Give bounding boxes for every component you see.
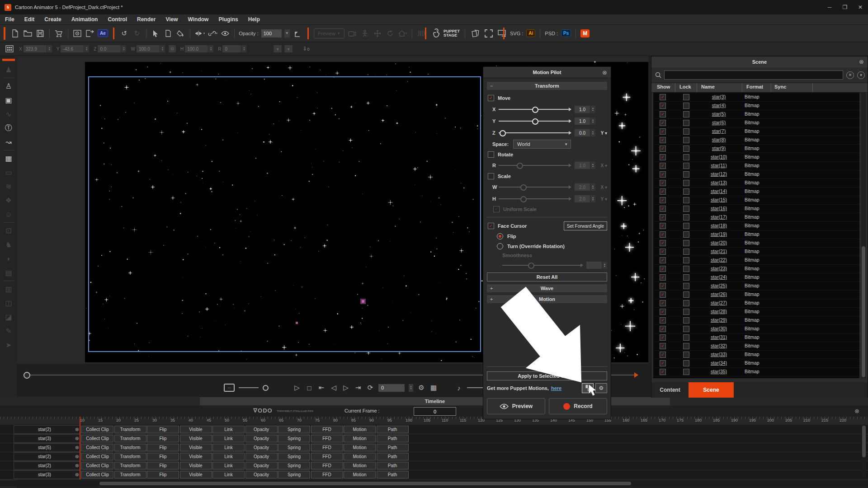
show-checkbox[interactable]: ✓ [660, 231, 666, 238]
scene-row[interactable]: ✓star(13)Bitmap [653, 178, 859, 188]
turn-radio[interactable] [497, 243, 503, 249]
menu-create[interactable]: Create [39, 14, 66, 24]
r-field-spinner[interactable]: ▲▼ [241, 45, 246, 52]
y-value[interactable]: 1.0 [575, 117, 590, 125]
scene-object-name[interactable]: star(33) [693, 352, 745, 357]
track-button-motion[interactable]: Motion [344, 462, 376, 469]
track-button-spring[interactable]: Spring [278, 471, 310, 479]
scene-row[interactable]: ✓star(21)Bitmap [653, 247, 859, 256]
x-slider[interactable] [499, 106, 571, 113]
scene-search-input[interactable] [664, 70, 843, 80]
track-button-motion[interactable]: Motion [344, 471, 376, 479]
scene-object-name[interactable]: star(19) [693, 231, 745, 237]
track-button-transform[interactable]: Transform [114, 426, 146, 433]
duplicate-pages-icon[interactable] [470, 28, 480, 39]
go-end-button[interactable]: ⇥ [354, 384, 362, 392]
x-spinner[interactable]: ▲▼ [590, 106, 595, 113]
track-collapse-icon[interactable]: ⊗ [75, 454, 79, 460]
show-checkbox[interactable]: ✓ [660, 352, 666, 358]
undo-icon[interactable]: ↺ [119, 28, 129, 39]
lock-checkbox[interactable] [683, 223, 689, 229]
lock-checkbox[interactable] [683, 128, 689, 135]
track-name-cell[interactable]: star(2)⊗ [14, 461, 81, 470]
y-slider[interactable] [499, 118, 571, 124]
track-collapse-icon[interactable]: ⊗ [75, 463, 79, 469]
scene-object-name[interactable]: star(10) [693, 154, 745, 160]
menu-edit[interactable]: Edit [19, 14, 40, 24]
track-button-transform[interactable]: Transform [114, 453, 146, 460]
scene-object-name[interactable]: star(8) [693, 137, 745, 142]
search-options-icon[interactable]: ▾ [857, 71, 865, 79]
show-checkbox[interactable]: ✓ [660, 360, 666, 366]
lock-checkbox[interactable] [683, 274, 689, 281]
track-button-opacity[interactable]: Opacity [245, 453, 278, 460]
opacity-dropdown-icon[interactable]: ▼ [284, 29, 290, 38]
prop-tool-icon[interactable]: ⊡ [0, 224, 17, 238]
track-name-cell[interactable]: star(2)⊗ [14, 452, 81, 461]
monitor-tool-icon[interactable]: ▭ [0, 165, 17, 179]
scene-row[interactable]: ✓star(27)Bitmap [653, 299, 859, 308]
show-checkbox[interactable]: ✓ [660, 334, 666, 341]
track-button-spring[interactable]: Spring [278, 453, 310, 460]
z-field-spinner[interactable]: ▲▼ [121, 45, 126, 52]
lock-checkbox[interactable] [683, 188, 689, 195]
scale-checkbox[interactable]: ✓ [488, 173, 494, 179]
link-tool-icon[interactable]: ▾ [208, 28, 217, 39]
lock-checkbox[interactable] [683, 214, 689, 221]
scene-object-name[interactable]: star(15) [693, 197, 745, 202]
link-wh-icon[interactable]: ⧉ [169, 45, 176, 52]
menu-window[interactable]: Window [183, 14, 214, 24]
flip-icon[interactable]: ▾ [194, 28, 205, 39]
track-button-link[interactable]: Link [212, 471, 245, 479]
track-button-collect-clip[interactable]: Collect Clip [81, 462, 113, 469]
x-field[interactable]: 323.9 [24, 45, 47, 52]
scene-object-name[interactable]: star(34) [693, 360, 745, 366]
track-button-spring[interactable]: Spring [278, 435, 310, 442]
lock-checkbox[interactable] [683, 369, 689, 375]
show-checkbox[interactable]: ✓ [660, 128, 666, 135]
show-checkbox[interactable]: ✓ [660, 188, 666, 195]
opacity-input[interactable]: 100 [261, 29, 282, 38]
scene-row[interactable]: ✓star(15)Bitmap [653, 196, 859, 205]
fullscreen-icon[interactable] [484, 28, 494, 39]
track-button-spring[interactable]: Spring [278, 462, 310, 469]
track-button-transform[interactable]: Transform [114, 444, 146, 451]
scene-close-icon[interactable]: ⊗ [859, 58, 864, 65]
align-dropdown-icon[interactable]: ▾ [274, 45, 282, 52]
scene-row[interactable]: ✓star(31)Bitmap [653, 333, 859, 342]
lock-checkbox[interactable] [683, 180, 689, 186]
timeline-ruler[interactable]: 1015202530354045505560657075808590951001… [0, 417, 868, 425]
preview-render-button[interactable]: Preview▼ [314, 28, 344, 38]
open-project-icon[interactable] [23, 28, 33, 39]
scene-row[interactable]: ✓star(29)Bitmap [653, 316, 859, 325]
track-button-path[interactable]: Path [377, 444, 409, 451]
puppet-stage-button[interactable]: PUPPETSTAGE [432, 28, 460, 38]
scene-media-tool-icon[interactable]: ▣ [0, 93, 17, 107]
scene-object-name[interactable]: star(22) [693, 257, 745, 263]
show-checkbox[interactable]: ✓ [660, 249, 666, 255]
show-checkbox[interactable]: ✓ [660, 145, 666, 152]
show-checkbox[interactable]: ✓ [660, 197, 666, 203]
pen-tool-icon[interactable]: ✎ [0, 324, 17, 338]
scene-object-name[interactable]: star(5) [693, 111, 745, 117]
track-name-cell[interactable]: star(2)⊗ [14, 425, 81, 434]
scene-object-name[interactable]: star(11) [693, 163, 745, 168]
track-button-flip[interactable]: Flip [147, 462, 179, 469]
track-button-motion[interactable]: Motion [344, 435, 376, 442]
track-button-opacity[interactable]: Opacity [245, 426, 278, 433]
track-button-opacity[interactable]: Opacity [245, 435, 278, 442]
caption-slider-knob[interactable] [263, 385, 269, 391]
lock-checkbox[interactable] [683, 240, 689, 246]
playback-panel-icon[interactable]: ▦ [429, 384, 438, 392]
lock-checkbox[interactable] [683, 334, 689, 341]
scene-object-name[interactable]: star(7) [693, 128, 745, 134]
color-fill-icon[interactable] [176, 28, 186, 39]
show-checkbox[interactable]: ✓ [660, 257, 666, 263]
show-checkbox[interactable]: ✓ [660, 309, 666, 315]
show-checkbox[interactable]: ✓ [660, 300, 666, 306]
r-field[interactable]: 0 [222, 45, 241, 52]
col-name[interactable]: Name [701, 84, 715, 89]
track-button-motion[interactable]: Motion [344, 426, 376, 433]
track-button-motion[interactable]: Motion [344, 444, 376, 451]
lock-checkbox[interactable] [683, 326, 689, 332]
